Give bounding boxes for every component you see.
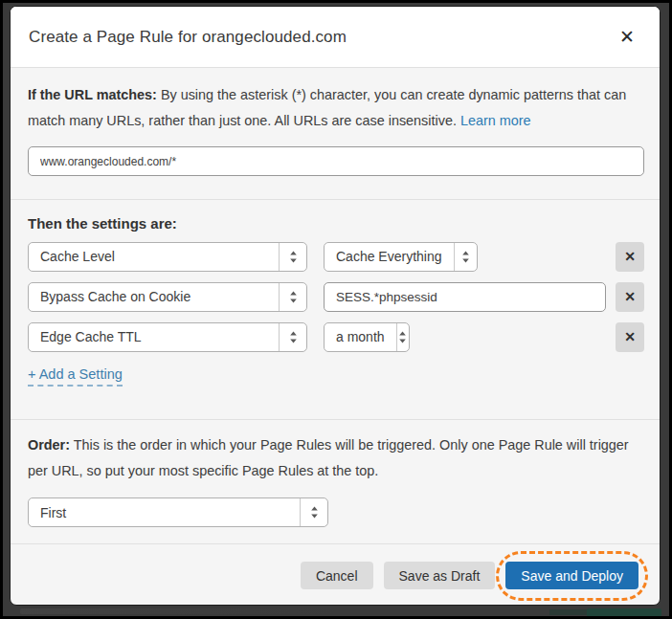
value-select-ttl[interactable]: a month <box>324 322 410 352</box>
url-match-description: If the URL matches: By using the asteris… <box>28 82 644 134</box>
chevron-up-down-icon <box>300 498 327 526</box>
cookie-pattern-input[interactable] <box>324 282 606 312</box>
create-page-rule-modal: Create a Page Rule for orangeclouded.com… <box>10 6 661 606</box>
save-and-deploy-button[interactable]: Save and Deploy <box>505 562 638 589</box>
remove-setting-icon[interactable]: ✕ <box>616 282 644 312</box>
remove-setting-icon[interactable]: ✕ <box>616 242 644 272</box>
order-select[interactable]: First <box>28 497 328 527</box>
chevron-up-down-icon <box>279 283 306 311</box>
modal-footer: Cancel Save as Draft Save and Deploy <box>11 543 660 606</box>
setting-select-bypass-cache[interactable]: Bypass Cache on Cookie <box>28 282 307 312</box>
setting-select-cache-level[interactable]: Cache Level <box>28 242 307 272</box>
close-icon[interactable]: ✕ <box>616 26 638 48</box>
url-match-section: If the URL matches: By using the asteris… <box>11 67 660 199</box>
remove-setting-icon[interactable]: ✕ <box>616 322 644 352</box>
order-text: This is the order in which your Page Rul… <box>28 437 629 478</box>
settings-heading: Then the settings are: <box>28 215 644 232</box>
select-value: Edge Cache TTL <box>29 329 279 344</box>
learn-more-link[interactable]: Learn more <box>460 113 531 128</box>
order-description: Order: This is the order in which your P… <box>28 432 644 484</box>
order-label: Order: <box>28 437 70 453</box>
background-page-fragment <box>587 608 661 616</box>
save-as-draft-button[interactable]: Save as Draft <box>384 562 496 589</box>
modal-header: Create a Page Rule for orangeclouded.com… <box>11 7 660 67</box>
chevron-up-down-icon <box>396 323 409 351</box>
setting-select-edge-cache-ttl[interactable]: Edge Cache TTL <box>28 322 307 352</box>
settings-section: Then the settings are: Cache Level Cache… <box>11 199 660 419</box>
background-statusbar-fragment <box>20 608 336 614</box>
dimmed-background-page: Create a Page Rule for orangeclouded.com… <box>3 3 669 616</box>
add-setting-link[interactable]: + Add a Setting <box>28 366 123 387</box>
order-section: Order: This is the order in which your P… <box>11 419 660 543</box>
setting-row-cache-level: Cache Level Cache Everything ✕ <box>28 241 644 272</box>
select-value: Cache Everything <box>325 249 454 264</box>
setting-row-edge-cache-ttl: Edge Cache TTL a month ✕ <box>28 321 644 352</box>
value-select-cache-everything[interactable]: Cache Everything <box>324 242 478 272</box>
page-title: Create a Page Rule for orangeclouded.com <box>29 28 347 47</box>
setting-row-bypass-cache: Bypass Cache on Cookie ✕ <box>28 281 644 312</box>
cancel-button[interactable]: Cancel <box>301 562 373 589</box>
save-and-deploy-wrap: Save and Deploy <box>505 562 638 589</box>
url-match-label: If the URL matches: <box>28 87 157 102</box>
chevron-up-down-icon <box>279 243 306 271</box>
select-value: First <box>29 505 300 520</box>
chevron-up-down-icon <box>454 243 477 271</box>
url-pattern-input[interactable] <box>28 146 644 176</box>
select-value: a month <box>325 329 396 344</box>
select-value: Cache Level <box>29 249 279 264</box>
select-value: Bypass Cache on Cookie <box>29 289 279 304</box>
chevron-up-down-icon <box>279 323 306 351</box>
